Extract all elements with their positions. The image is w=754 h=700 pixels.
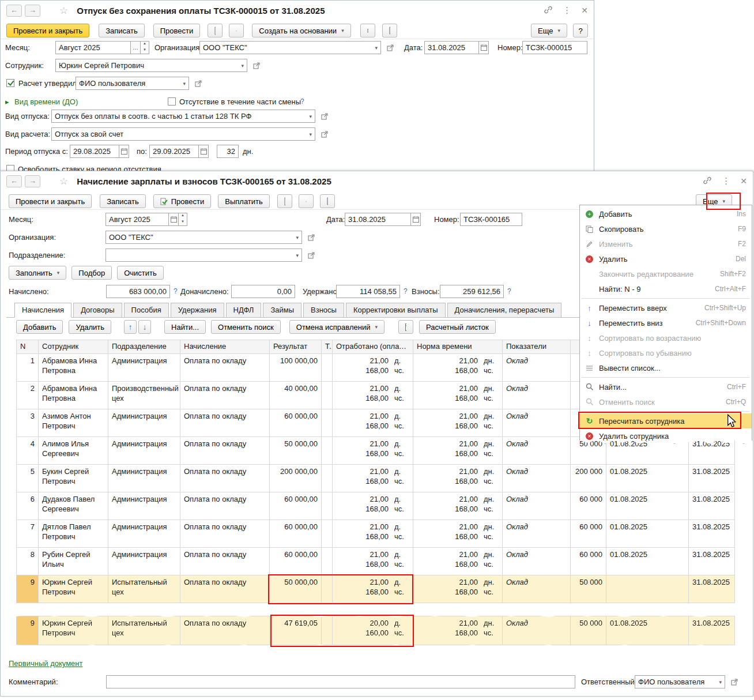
- cell-result[interactable]: 60 000,00: [270, 409, 322, 437]
- pay-slip-button[interactable]: Расчетный листок: [419, 320, 496, 334]
- table-row[interactable]: 9Юркин Сергей ПетровичИспытательный цехО…: [17, 616, 735, 645]
- cell-n[interactable]: 4: [17, 437, 39, 465]
- cell-norm[interactable]: 21,00дн.168,00чс.: [413, 409, 503, 437]
- calendar-icon[interactable]: [199, 145, 209, 158]
- cell-amount[interactable]: 60 000: [571, 520, 606, 548]
- move-down-button[interactable]: ↓: [138, 320, 151, 334]
- save-icon[interactable]: [320, 194, 335, 208]
- cell-result[interactable]: 60 000,00: [270, 492, 322, 520]
- cell-employee[interactable]: Букин Сергей Петрович: [39, 465, 108, 492]
- clear-button[interactable]: Очистить: [117, 266, 164, 280]
- cell-date-to[interactable]: 31.08.2025: [689, 548, 735, 575]
- chevron-down-icon[interactable]: ▾: [717, 679, 722, 685]
- cell-department[interactable]: Администрация: [108, 520, 180, 548]
- month-spinner[interactable]: ▲▼: [179, 213, 187, 226]
- help-question-icon[interactable]: ?: [507, 287, 511, 295]
- column-header[interactable]: Начисление: [180, 340, 270, 354]
- cell-norm[interactable]: 21,00дн.168,00чс.: [413, 616, 503, 645]
- forward-button[interactable]: →: [25, 175, 40, 187]
- cell-department[interactable]: Администрация: [108, 437, 180, 465]
- cell-accrual[interactable]: Оплата по окладу: [180, 382, 270, 409]
- tab-2[interactable]: Договоры: [73, 303, 122, 317]
- cell-indicator[interactable]: Оклад: [503, 575, 571, 603]
- cell-result[interactable]: 40 000,00: [270, 382, 322, 409]
- cell-n[interactable]: 3: [17, 409, 39, 437]
- delete-row-button[interactable]: Удалить: [69, 320, 111, 334]
- cell-norm[interactable]: 21,00дн.168,00чс.: [413, 575, 503, 603]
- more-dots-icon[interactable]: ⋮: [563, 5, 571, 16]
- cell-amount[interactable]: 60 000: [571, 548, 606, 575]
- tab-9[interactable]: Доначисления, перерасчеты: [447, 303, 562, 317]
- favorite-star-icon[interactable]: ☆: [59, 5, 68, 17]
- cell-employee[interactable]: Юркин Сергей Петрович: [39, 575, 108, 603]
- create-based-on-button[interactable]: Создать на основании▾: [252, 24, 350, 37]
- cell-n[interactable]: 9: [17, 616, 39, 645]
- column-header[interactable]: Результат: [270, 340, 322, 354]
- attachment-icon[interactable]: [299, 194, 314, 208]
- tab-5[interactable]: НДФЛ: [226, 303, 262, 317]
- cell-t[interactable]: [322, 520, 333, 548]
- menu-item[interactable]: +ДобавитьIns: [580, 206, 752, 221]
- cell-worked[interactable]: 21,00д.168,00чс.: [333, 409, 413, 437]
- cell-department[interactable]: Администрация: [108, 409, 180, 437]
- cell-result[interactable]: 60 000,00: [270, 520, 322, 548]
- calc-kind-field[interactable]: Отпуск за свой счет▾: [51, 127, 315, 141]
- cell-t[interactable]: [322, 382, 333, 409]
- cell-norm[interactable]: 21,00дн.168,00чс.: [413, 354, 503, 382]
- month-spinner[interactable]: ▲▼: [141, 41, 149, 54]
- cell-worked[interactable]: 21,00д.168,00чс.: [333, 354, 413, 382]
- cell-t[interactable]: [322, 575, 333, 603]
- leave-kind-open-icon[interactable]: [319, 110, 330, 123]
- cell-date-to[interactable]: 31.08.2025: [689, 616, 735, 645]
- document-register-icon[interactable]: [277, 194, 292, 208]
- cell-employee[interactable]: Дудаков Павел Сергеевич: [39, 492, 108, 520]
- division-field[interactable]: ▾: [105, 249, 302, 262]
- cell-worked[interactable]: 21,00д.168,00чс.: [333, 575, 413, 603]
- cell-date-to[interactable]: 31.08.2025: [689, 575, 735, 603]
- post-button[interactable]: Провести: [153, 24, 201, 37]
- approved-checkbox[interactable]: [6, 79, 14, 87]
- tab-4[interactable]: Удержания: [171, 303, 224, 317]
- pick-button[interactable]: Подбор: [71, 266, 112, 280]
- organization-open-icon[interactable]: [306, 231, 317, 244]
- month-choose-button[interactable]: …: [131, 41, 141, 54]
- back-button[interactable]: ←: [6, 5, 22, 17]
- link-icon[interactable]: [544, 5, 553, 16]
- cell-n[interactable]: 7: [17, 520, 39, 548]
- help-question-icon[interactable]: ?: [404, 287, 408, 295]
- organization-open-icon[interactable]: [384, 41, 396, 54]
- responsible-field[interactable]: ФИО пользователя▾: [635, 675, 725, 688]
- cell-department[interactable]: Администрация: [108, 548, 180, 575]
- number-field[interactable]: ТСЗК-000165: [460, 213, 522, 226]
- post-button[interactable]: Провести: [153, 194, 212, 208]
- menu-item[interactable]: СкопироватьF9: [580, 221, 752, 236]
- cell-department[interactable]: Испытательный цех: [108, 575, 180, 603]
- menu-item[interactable]: ↓Переместить внизCtrl+Shift+Down: [580, 315, 752, 330]
- favorite-star-icon[interactable]: ☆: [59, 175, 68, 187]
- menu-item[interactable]: Вывести список...: [580, 360, 752, 375]
- menu-item[interactable]: ↻Пересчитать сотрудника: [580, 413, 752, 428]
- cell-indicator[interactable]: Оклад: [503, 409, 571, 437]
- cell-date-to[interactable]: 31.08.2025: [689, 520, 735, 548]
- cell-indicator[interactable]: Оклад: [503, 354, 571, 382]
- chevron-down-icon[interactable]: ▾: [372, 45, 378, 51]
- cell-accrual[interactable]: Оплата по окладу: [180, 520, 270, 548]
- cell-indicator[interactable]: Оклад: [503, 492, 571, 520]
- cell-accrual[interactable]: Оплата по окладу: [180, 354, 270, 382]
- cell-t[interactable]: [322, 465, 333, 492]
- cell-date-from[interactable]: 01.08.2025: [606, 465, 689, 492]
- save-icon[interactable]: [382, 24, 397, 37]
- tab-3[interactable]: Пособия: [124, 303, 169, 317]
- calendar-icon[interactable]: [479, 41, 489, 54]
- find-button[interactable]: Найти...: [164, 320, 206, 334]
- cell-norm[interactable]: 21,00дн.168,00чс.: [413, 465, 503, 492]
- cell-n[interactable]: 2: [17, 382, 39, 409]
- cell-date-from[interactable]: 01.08.2025: [606, 492, 689, 520]
- cell-t[interactable]: [322, 409, 333, 437]
- cell-indicator[interactable]: Оклад: [503, 437, 571, 465]
- column-header[interactable]: N: [17, 340, 39, 354]
- cell-date-from[interactable]: 01.08.2025: [606, 548, 689, 575]
- post-and-close-button[interactable]: Провести и закрыть: [6, 24, 89, 37]
- leave-kind-field[interactable]: Отпуск без оплаты в соотв. с частью 1 ст…: [51, 110, 315, 123]
- cell-date-from[interactable]: 01.08.2025: [606, 616, 689, 645]
